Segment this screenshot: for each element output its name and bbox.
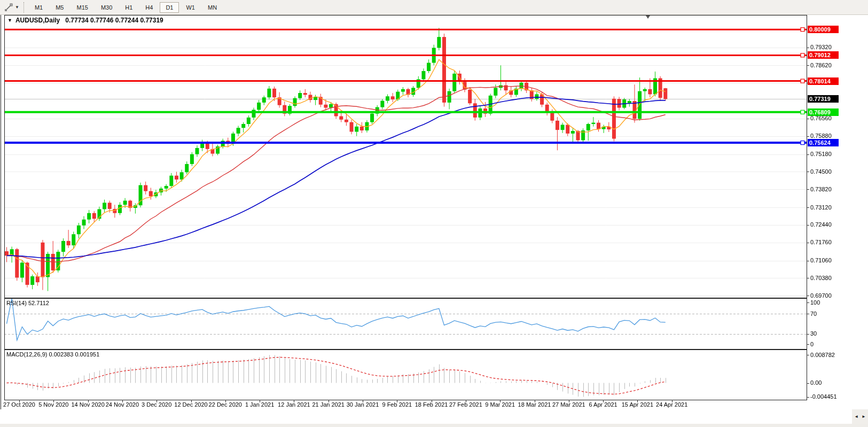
price-level-tag: 0.75624	[808, 139, 839, 146]
date-axis-label: 30 Jan 2021	[347, 401, 379, 408]
timeframe-button-h4[interactable]: H4	[139, 2, 159, 13]
tool-dropdown-caret-icon[interactable]: ▼	[15, 5, 19, 10]
timeframe-button-h1[interactable]: H1	[119, 2, 138, 13]
timeframe-button-w1[interactable]: W1	[180, 2, 201, 13]
price-axis-tick-label: 0.79320	[810, 44, 850, 51]
rsi-axis-label: 0	[810, 341, 853, 348]
price-level-tag: 0.76809	[808, 108, 839, 116]
chart-ohlc-values: 0.77734 0.77746 0.77244 0.77319	[65, 17, 163, 24]
date-axis-label: 24 Apr 2021	[656, 401, 687, 408]
price-axis-tick-label: 0.74500	[810, 168, 850, 175]
date-axis-label: 18 Feb 2021	[415, 401, 448, 408]
date-axis-label: 6 Apr 2021	[589, 401, 617, 408]
price-axis-tick-label: 0.76560	[810, 115, 850, 122]
rsi-indicator-label: RSI(14) 52.7112	[6, 300, 49, 306]
timeframe-button-mn[interactable]: MN	[202, 2, 223, 13]
macd-axis-label: 0.00	[810, 379, 853, 386]
price-axis-tick-label: 0.73120	[810, 204, 850, 211]
rsi-axis-label: 100	[810, 299, 853, 306]
current-price-tag: 0.77319	[808, 95, 839, 103]
rsi-axis-label: 30	[810, 330, 853, 337]
date-axis-label: 21 Jan 2021	[312, 401, 345, 408]
date-axis-label: 12 Dec 2020	[174, 401, 207, 408]
date-axis-label: 15 Apr 2021	[622, 401, 653, 408]
status-strip	[0, 424, 868, 427]
price-axis-tick-label: 0.69700	[810, 292, 850, 299]
date-axis-label: 22 Dec 2020	[209, 401, 242, 408]
date-axis-label: 9 Mar 2021	[485, 401, 515, 408]
date-axis-label: 18 Mar 2021	[518, 401, 551, 408]
price-axis-tick-label: 0.71060	[810, 257, 850, 264]
rsi-axis-label: 70	[810, 310, 853, 317]
timeframe-button-m15[interactable]: M15	[71, 2, 93, 13]
date-axis-label: 12 Jan 2021	[278, 401, 310, 408]
price-axis-tick-label: 0.72440	[810, 221, 850, 228]
price-level-tag: 0.79012	[808, 51, 839, 59]
price-axis-tick-label: 0.78620	[810, 62, 850, 69]
timeframe-buttons: M1M5M15M30H1H4D1W1MN	[28, 2, 223, 13]
date-axis-label: 27 Feb 2021	[449, 401, 482, 408]
tab-scroll-left-icon[interactable]: ◄	[854, 414, 858, 419]
chart-title: ▼ AUDUSD,Daily 0.77734 0.77746 0.77244 0…	[7, 17, 163, 24]
chart-symbol-label: AUDUSD,Daily	[15, 17, 60, 24]
macd-indicator-label: MACD(12,26,9) 0.002383 0.001951	[6, 351, 99, 358]
date-axis-label: 5 Nov 2020	[38, 401, 68, 408]
tab-scroll-right-icon[interactable]: ►	[862, 414, 866, 419]
price-axis-tick-label: 0.71760	[810, 239, 850, 246]
date-axis-label: 24 Nov 2020	[106, 401, 139, 408]
timeframe-button-d1[interactable]: D1	[160, 2, 179, 13]
macd-axis-label: -0.004451	[810, 393, 853, 400]
price-level-tag: 0.78014	[808, 77, 839, 85]
date-axis-label: 27 Oct 2020	[3, 401, 35, 408]
main-chart-canvas[interactable]	[0, 0, 868, 427]
tab-scroll-arrows: ◄ ►	[852, 409, 868, 424]
timeframe-button-m30[interactable]: M30	[95, 2, 118, 13]
price-axis-tick-label: 0.75180	[810, 151, 850, 158]
price-axis-tick-label: 0.73820	[810, 186, 850, 193]
symbol-dropdown-icon[interactable]: ▼	[7, 18, 12, 23]
date-axis-label: 9 Feb 2021	[382, 401, 412, 408]
toolbar-separator	[24, 2, 24, 13]
price-axis-tick-label: 0.70380	[810, 275, 850, 282]
timeframe-button-m5[interactable]: M5	[50, 2, 69, 13]
pointer-tool-icon[interactable]	[3, 3, 14, 12]
timeframe-toolbar: ▼ M1M5M15M30H1H4D1W1MN	[0, 0, 868, 15]
macd-axis-label: 0.008782	[810, 352, 853, 359]
price-level-tag: 0.80009	[808, 26, 839, 33]
date-axis-label: 27 Mar 2021	[552, 401, 585, 408]
date-axis-label: 3 Dec 2020	[142, 401, 171, 408]
date-axis-label: 14 Nov 2020	[71, 401, 104, 408]
timeframe-button-m1[interactable]: M1	[29, 2, 49, 13]
date-axis-label: 1 Jan 2021	[245, 401, 274, 408]
